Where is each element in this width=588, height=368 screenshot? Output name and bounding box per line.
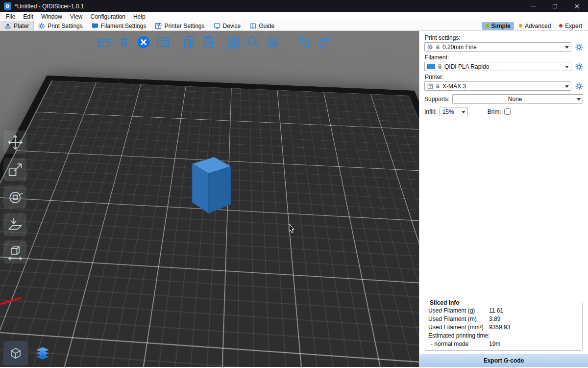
- menu-edit[interactable]: Edit: [19, 13, 37, 20]
- print-settings-value: 0.20mm Fine: [442, 44, 477, 51]
- print-settings-gear-button[interactable]: [575, 43, 583, 51]
- sliced-info-row: Used Filament (m) 3.89: [428, 315, 579, 323]
- delete-button[interactable]: [115, 33, 133, 51]
- split-button[interactable]: [224, 33, 243, 51]
- supports-label: Supports:: [424, 96, 449, 103]
- arrange-button[interactable]: [154, 33, 172, 51]
- copy-button[interactable]: [179, 33, 197, 51]
- si-value: 9359.93: [489, 324, 510, 331]
- layers-icon: [266, 35, 280, 50]
- rotate-tool-button[interactable]: [3, 185, 26, 209]
- maximize-button[interactable]: [544, 0, 566, 12]
- chevron-down-icon: [565, 66, 569, 70]
- filament-gear-button[interactable]: [575, 62, 583, 71]
- printer-value: X-MAX 3: [442, 83, 466, 90]
- gizmo-toolbar: [3, 131, 26, 263]
- arrange-icon: [156, 35, 171, 50]
- tab-label: Plater: [14, 23, 29, 29]
- supports-dropdown[interactable]: None: [452, 94, 583, 104]
- si-label: Estimated printing time:: [428, 332, 490, 339]
- window-controls: [522, 0, 588, 12]
- undo-button[interactable]: [295, 33, 313, 51]
- viewport-toolbar: [95, 33, 333, 51]
- tab-device[interactable]: Device: [209, 21, 245, 30]
- printer-icon: [427, 83, 433, 89]
- infill-dropdown[interactable]: 15%: [440, 107, 468, 116]
- paste-button[interactable]: [199, 33, 217, 51]
- filament-dropdown[interactable]: QIDI PLA Rapido: [424, 62, 571, 71]
- delete-all-button[interactable]: [134, 33, 152, 51]
- minimize-button[interactable]: [522, 0, 544, 12]
- export-gcode-button[interactable]: Export G-code: [419, 354, 588, 367]
- tab-filament-settings[interactable]: Filament Settings: [87, 21, 151, 30]
- flatten-icon: [7, 216, 24, 233]
- search-icon: [246, 35, 261, 50]
- tab-print-settings[interactable]: Print Settings: [34, 21, 87, 30]
- printer-label: Printer:: [425, 74, 583, 80]
- printer-dropdown[interactable]: X-MAX 3: [424, 81, 571, 91]
- menu-window[interactable]: Window: [37, 13, 66, 20]
- mode-expert[interactable]: Expert: [556, 22, 586, 30]
- menu-help[interactable]: Help: [129, 13, 149, 20]
- tab-label: Filament Settings: [101, 23, 147, 29]
- lock-icon: [436, 83, 440, 89]
- mouse-cursor: [289, 224, 295, 234]
- guide-icon: [249, 23, 256, 29]
- si-value: 19m: [489, 341, 500, 347]
- redo-icon: [317, 35, 331, 50]
- advanced-mode-dot: [519, 24, 522, 27]
- sliced-info-row: Estimated printing time:: [428, 331, 579, 340]
- infill-value: 15%: [442, 108, 454, 115]
- si-value: 3.89: [489, 315, 500, 322]
- tab-label: Guide: [259, 23, 274, 29]
- model-cube[interactable]: [186, 154, 235, 217]
- trash-icon: [117, 35, 131, 50]
- filament-value: QIDI PLA Rapido: [444, 63, 489, 70]
- tabbar: Plater Print Settings Filament Settings …: [0, 21, 588, 31]
- gear-icon: [575, 82, 583, 90]
- sliced-info-row: Used Filament (g) 11.61: [428, 306, 579, 315]
- gear-icon: [575, 63, 583, 71]
- measure-tool-button[interactable]: [3, 240, 26, 263]
- preview-sliced-view-button[interactable]: [30, 341, 55, 366]
- mode-advanced[interactable]: Advanced: [515, 22, 554, 30]
- 3d-editor-view-button[interactable]: [3, 341, 28, 366]
- close-button[interactable]: [566, 0, 588, 12]
- open-folder-icon: [97, 35, 112, 50]
- tab-guide[interactable]: Guide: [245, 21, 279, 30]
- menu-view[interactable]: View: [66, 13, 87, 20]
- si-label: Used Filament (m): [428, 315, 489, 322]
- mode-label: Advanced: [525, 23, 551, 29]
- lock-icon: [438, 64, 442, 69]
- search-button[interactable]: [244, 33, 262, 51]
- print-settings-dropdown[interactable]: 0.20mm Fine: [424, 42, 571, 52]
- close-icon: [574, 3, 580, 9]
- redo-button[interactable]: [315, 33, 333, 51]
- open-project-button[interactable]: [95, 33, 113, 51]
- mode-simple[interactable]: Simple: [482, 22, 514, 30]
- view-toolbar: [3, 341, 55, 366]
- si-value: 11.61: [489, 307, 503, 314]
- si-label: Used Filament (mm³): [428, 324, 489, 331]
- place-on-face-tool-button[interactable]: [3, 213, 26, 236]
- device-icon: [214, 23, 220, 29]
- si-label: Used Filament (g): [428, 307, 489, 314]
- filament-row: QIDI PLA Rapido: [424, 62, 583, 71]
- print-settings-label: Print settings:: [425, 34, 583, 41]
- scale-tool-button[interactable]: [3, 158, 26, 181]
- sliced-info-title: Sliced Info: [428, 299, 461, 306]
- menu-configuration[interactable]: Configuration: [87, 13, 129, 20]
- printer-row: X-MAX 3: [424, 81, 583, 91]
- brim-checkbox[interactable]: [504, 108, 511, 115]
- infill-brim-row: Infill: 15% Brim:: [424, 107, 583, 116]
- mode-label: Expert: [565, 23, 582, 29]
- viewport-3d[interactable]: [0, 31, 419, 367]
- tab-printer-settings[interactable]: Printer Settings: [150, 21, 209, 30]
- menu-file[interactable]: File: [2, 13, 19, 20]
- variable-layer-height-button[interactable]: [264, 33, 282, 51]
- tab-plater[interactable]: Plater: [0, 21, 34, 30]
- printer-gear-button[interactable]: [575, 82, 583, 90]
- titlebar: *Untitled - QIDISlicer-1.0.1: [0, 0, 588, 12]
- move-tool-button[interactable]: [3, 131, 26, 154]
- lock-icon: [436, 44, 440, 50]
